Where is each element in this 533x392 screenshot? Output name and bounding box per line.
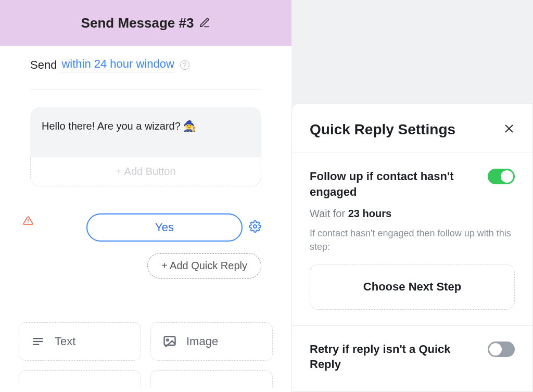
add-text-card[interactable]: Text [19, 322, 141, 361]
retry-label: Retry if reply isn't a Quick Reply [310, 342, 466, 372]
quick-reply-pill[interactable]: Yes [86, 213, 243, 242]
content-type-cards: Text Image [0, 322, 291, 361]
send-timing-link[interactable]: within 24 hour window [61, 57, 174, 72]
builder-title: Send Message #3 [81, 15, 194, 31]
retry-section: Retry if reply isn't a Quick Reply [292, 326, 532, 378]
add-quick-reply-row: + Add Quick Reply [30, 253, 261, 279]
divider [30, 89, 261, 90]
wait-prefix: Wait for [310, 208, 345, 219]
followup-label: Follow up if contact hasn't engaged [310, 169, 466, 199]
gear-icon[interactable] [249, 220, 261, 235]
panel-title: Quick Reply Settings [310, 121, 455, 138]
add-quick-reply-button[interactable]: + Add Quick Reply [147, 253, 261, 279]
quick-reply-settings-panel: Quick Reply Settings Follow up if contac… [291, 103, 533, 392]
builder-header: Send Message #3 [0, 0, 291, 46]
add-card-4[interactable] [150, 370, 273, 388]
add-card-3[interactable] [19, 370, 141, 388]
add-image-card[interactable]: Image [150, 322, 273, 361]
add-button[interactable]: + Add Button [30, 157, 261, 186]
message-text[interactable]: Hello there! Are you a wizard? 🧙 [30, 107, 261, 157]
retry-row: Retry if reply isn't a Quick Reply [310, 342, 515, 372]
choose-next-step-button[interactable]: Choose Next Step [310, 264, 515, 310]
add-image-label: Image [186, 335, 218, 348]
message-block: Hello there! Are you a wizard? 🧙 + Add B… [30, 107, 261, 186]
help-icon[interactable]: ? [180, 60, 189, 70]
content-type-cards-2 [0, 370, 291, 388]
wait-value[interactable]: 23 hours [348, 208, 391, 220]
quick-reply-row: Yes [30, 213, 261, 242]
svg-point-7 [167, 339, 169, 341]
send-timing-prefix: Send [30, 58, 57, 72]
send-timing-row: Send within 24 hour window ? [30, 57, 261, 72]
message-builder-pane: Send Message #3 Send within 24 hour wind… [0, 0, 291, 392]
warning-icon[interactable] [23, 216, 33, 228]
followup-row: Follow up if contact hasn't engaged [310, 169, 515, 199]
edit-title-icon[interactable] [199, 17, 210, 29]
settings-pane: Quick Reply Settings Follow up if contac… [291, 0, 533, 392]
retry-toggle[interactable] [488, 342, 515, 357]
add-text-label: Text [55, 335, 75, 348]
followup-toggle[interactable] [488, 169, 515, 184]
svg-point-2 [253, 225, 257, 228]
followup-helper: If contact hasn't engaged then follow up… [310, 227, 515, 253]
app-root: Send Message #3 Send within 24 hour wind… [0, 0, 533, 392]
followup-section: Follow up if contact hasn't engaged Wait… [292, 153, 532, 326]
wait-line: Wait for 23 hours [310, 208, 515, 220]
panel-header: Quick Reply Settings [292, 104, 532, 153]
close-icon[interactable] [503, 123, 515, 136]
builder-content: Send within 24 hour window ? Hello there… [0, 46, 291, 285]
